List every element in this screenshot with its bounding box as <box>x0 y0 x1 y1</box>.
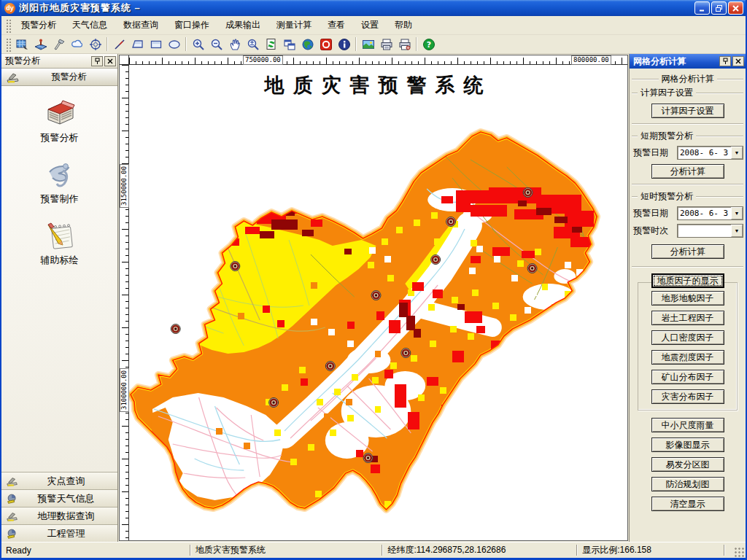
refresh-view-button[interactable] <box>262 36 280 52</box>
menu-grip[interactable] <box>5 18 11 33</box>
draw-rectangle-button[interactable] <box>147 36 165 52</box>
short-term-analyze-button[interactable]: 分析计算 <box>651 164 724 179</box>
sidebar-item-warning-production[interactable]: 预警制作 <box>41 160 79 206</box>
sidebar-item-warning-analysis[interactable]: 预警分析 <box>41 99 79 144</box>
panel-heading: 网格分析计算 <box>632 73 743 85</box>
close-panel-button[interactable] <box>732 56 744 66</box>
susceptibility-map-button[interactable]: 易发分区图 <box>651 457 724 472</box>
restore-button[interactable] <box>711 1 727 15</box>
menu-measure-calc[interactable]: 测量计算 <box>268 17 320 34</box>
help-icon: ? <box>422 38 436 51</box>
disaster-point-marker[interactable] <box>231 262 240 271</box>
zoom-out-button[interactable] <box>207 36 225 52</box>
disaster-point-marker[interactable] <box>363 454 373 463</box>
menu-data-query[interactable]: 数据查询 <box>115 17 166 34</box>
svg-text:?: ? <box>426 40 430 50</box>
population-factor-button[interactable]: 人口密度因子 <box>651 330 724 345</box>
meso-rainfall-button[interactable]: 中小尺度雨量 <box>651 418 724 432</box>
minimize-button[interactable] <box>694 1 710 15</box>
right-panel-titlebar: 网格分析计算 <box>630 54 746 69</box>
nowcast-analyze-button[interactable]: 分析计算 <box>651 244 724 259</box>
factor-setting-button[interactable]: 计算因子设置 <box>651 104 724 118</box>
chevron-down-icon[interactable]: ▼ <box>731 225 743 237</box>
sidebar-item-warning-weather-info[interactable]: 预警天气信息 <box>1 489 117 507</box>
sidebar-item-label: 灾点查询 <box>19 475 113 488</box>
draw-rectangle-icon <box>150 38 163 51</box>
left-panel-header[interactable]: 预警分析 <box>1 69 117 86</box>
disaster-point-marker[interactable] <box>171 324 180 334</box>
disaster-point-marker[interactable] <box>431 255 441 265</box>
mine-factor-button[interactable]: 矿山分布因子 <box>651 370 724 384</box>
chevron-down-icon[interactable]: ▼ <box>731 207 743 219</box>
disaster-point-marker[interactable] <box>523 188 533 198</box>
sidebar-item-disaster-query[interactable]: 灾点查询 <box>1 472 117 489</box>
menu-settings[interactable]: 设置 <box>353 17 387 34</box>
map-canvas[interactable]: 地质灾害预警系统 <box>129 65 627 540</box>
disaster-point-marker[interactable] <box>325 362 335 371</box>
stop-button[interactable] <box>317 36 335 52</box>
short-term-date-row: 预警日期 2008- 6- 3 ▼ <box>633 146 743 160</box>
print-preview-button[interactable] <box>395 36 414 52</box>
separator <box>632 184 743 185</box>
help-button[interactable]: ? <box>419 36 438 52</box>
sidebar-item-geo-data-query[interactable]: 地理数据查询 <box>1 507 117 524</box>
geotech-factor-button[interactable]: 岩土工程因子 <box>651 311 724 325</box>
toolbar-grip[interactable] <box>5 37 11 52</box>
nowcast-time-combobox[interactable]: ▼ <box>677 224 743 238</box>
clear-display-button[interactable]: 清空显示 <box>651 497 724 511</box>
cascade-windows-button[interactable] <box>280 36 298 52</box>
imagery-display-button[interactable]: 影像图显示 <box>651 438 724 452</box>
pan-button[interactable] <box>225 36 244 52</box>
chevron-down-icon[interactable]: ▼ <box>731 147 743 159</box>
draw-line-button[interactable] <box>110 36 128 52</box>
terrain-factor-button[interactable]: 地形地貌因子 <box>651 291 724 306</box>
map-area: 750000.00 800000.00 3150000.00 3100000.0… <box>118 54 629 542</box>
app-logo-icon: dy <box>4 3 15 14</box>
disaster-point-marker[interactable] <box>269 398 279 408</box>
geology-hammer-button[interactable] <box>50 36 68 52</box>
nowcast-date-combobox[interactable]: 2008- 6- 3 ▼ <box>677 206 743 220</box>
stamp-icon <box>6 510 19 522</box>
menu-help[interactable]: 帮助 <box>387 17 420 34</box>
disaster-point-marker[interactable] <box>371 291 381 300</box>
draw-polygon-button[interactable] <box>128 36 147 52</box>
disaster-point-marker[interactable] <box>527 264 537 273</box>
draw-ellipse-button[interactable] <box>165 36 183 52</box>
disaster-point-marker[interactable] <box>401 349 411 358</box>
web-map-button[interactable] <box>298 36 317 52</box>
geo-factor-display-button[interactable]: 地质因子的显示 <box>651 273 724 288</box>
zoom-extent-button[interactable] <box>244 36 262 52</box>
menu-result-output[interactable]: 成果输出 <box>217 17 268 34</box>
map-view-button[interactable] <box>13 36 31 52</box>
resize-grip[interactable] <box>734 547 746 558</box>
menu-weather-info[interactable]: 天气信息 <box>64 17 115 34</box>
sidebar-item-auxiliary-plotting[interactable]: 辅助标绘 <box>41 222 79 267</box>
seismic-factor-button[interactable]: 地震烈度因子 <box>651 350 724 365</box>
zoom-in-button[interactable] <box>189 36 207 52</box>
scene-pin-button[interactable] <box>31 36 50 52</box>
info-button[interactable] <box>335 36 353 52</box>
disaster-point-marker[interactable] <box>446 217 456 227</box>
close-panel-button[interactable] <box>104 56 116 66</box>
sidebar-item-label: 辅助标绘 <box>41 254 79 267</box>
sidebar-item-label: 预警分析 <box>41 131 79 144</box>
info-icon <box>338 38 351 51</box>
menu-window-ops[interactable]: 窗口操作 <box>166 17 217 34</box>
print-button[interactable] <box>377 36 395 52</box>
prevention-plan-button[interactable]: 防治规划图 <box>651 477 724 491</box>
refresh-view-icon <box>265 38 278 51</box>
pin-button[interactable] <box>91 56 103 66</box>
cloud-button[interactable] <box>68 36 86 52</box>
date-value: 2008- 6- 3 <box>678 207 731 219</box>
legend-image-button[interactable] <box>359 36 377 52</box>
toolbar-separator <box>107 37 108 51</box>
disaster-factor-button[interactable]: 灾害分布因子 <box>651 389 724 404</box>
factor-button-group: 地形地貌因子 岩土工程因子 人口密度因子 地震烈度因子 矿山分布因子 灾害分布因… <box>638 282 738 411</box>
menu-view[interactable]: 查看 <box>320 17 353 34</box>
pin-button[interactable] <box>719 56 731 66</box>
menu-warning-analysis[interactable]: 预警分析 <box>13 17 64 34</box>
locate-target-button[interactable] <box>86 36 104 52</box>
sidebar-item-project-management[interactable]: 工程管理 <box>1 524 117 542</box>
close-button[interactable] <box>728 1 743 15</box>
short-term-date-combobox[interactable]: 2008- 6- 3 ▼ <box>677 146 743 160</box>
